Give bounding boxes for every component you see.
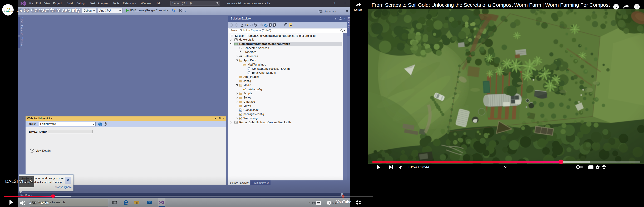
- svg-text:dufek: dufek: [4, 10, 9, 12]
- svg-text:C#: C#: [235, 39, 237, 41]
- svg-text:soft: soft: [9, 10, 13, 12]
- svg-text:YouTube: YouTube: [336, 200, 352, 204]
- svg-text:C#: C#: [235, 122, 237, 124]
